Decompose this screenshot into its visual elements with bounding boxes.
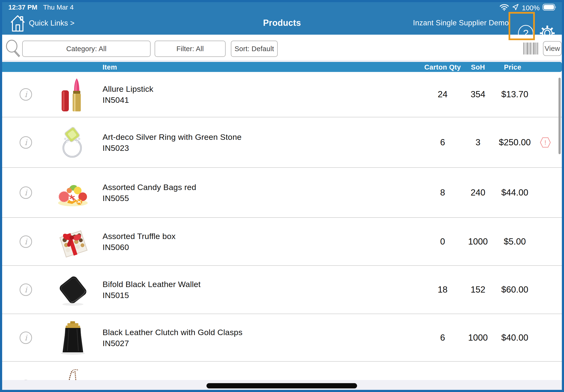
product-sku: IN5041: [103, 94, 153, 105]
price-value: $60.00: [491, 285, 539, 295]
product-name: Assorted Truffle box: [103, 231, 176, 242]
status-bar: 12:37 PM Thu Mar 4: [2, 3, 562, 12]
price-value: $44.00: [491, 188, 539, 198]
battery-percent: 100%: [522, 4, 540, 12]
product-row[interactable]: i Assorted Truffle box IN5060 0 1000 $5.…: [2, 217, 562, 265]
info-button[interactable]: i: [20, 332, 32, 344]
product-row[interactable]: i Bifold Black Leather Wallet IN5015 18 …: [2, 265, 562, 314]
location-arrow-icon: [512, 4, 519, 13]
info-icon: i: [25, 91, 27, 98]
top-bar: 12:37 PM Thu Mar 4: [2, 2, 562, 35]
warning-hexagon-icon: !: [540, 137, 551, 148]
help-highlight-annotation: [509, 12, 535, 40]
status-time: 12:37 PM: [8, 4, 37, 11]
sort-button[interactable]: Sort: Default: [231, 41, 278, 57]
product-image: [55, 76, 91, 112]
product-name: Assorted Candy Bags red: [103, 182, 196, 193]
product-sku: IN5060: [103, 242, 176, 253]
info-icon: i: [25, 189, 27, 196]
price-value: $5.00: [491, 237, 539, 247]
product-row[interactable]: i Black Leather Clutch with Gold Clasps …: [2, 314, 562, 361]
bottom-bar: [2, 380, 562, 390]
product-row[interactable]: i Bronze Chain with Shell Beads and Amet…: [2, 361, 562, 380]
product-name: Art-deco Silver Ring with Green Stone: [103, 131, 242, 142]
table-header: Item Carton Qty SoH Price: [2, 62, 562, 72]
info-button[interactable]: i: [20, 283, 32, 296]
product-name: Bifold Black Leather Wallet: [103, 279, 201, 290]
product-sku: IN5023: [103, 142, 242, 154]
price-value: $250.00: [491, 138, 539, 147]
scrollbar-thumb[interactable]: [559, 78, 561, 154]
status-date: Thu Mar 4: [43, 4, 74, 11]
info-button[interactable]: i: [20, 136, 32, 149]
filter-bar: Category: All Filter: All Sort: Default …: [2, 35, 562, 60]
info-button[interactable]: i: [20, 88, 32, 101]
account-name: Inzant Single Supplier Demo: [413, 19, 509, 27]
product-image: [55, 368, 91, 380]
info-button[interactable]: i: [20, 236, 32, 248]
wifi-icon: [499, 4, 509, 13]
product-row[interactable]: i Art-deco Silver Ring with Green Stone …: [2, 117, 562, 167]
info-icon: i: [25, 139, 27, 146]
info-icon: i: [25, 286, 27, 294]
barcode-scan-button[interactable]: [523, 42, 539, 55]
product-name: Allure Lipstick: [103, 84, 153, 94]
product-row[interactable]: i Assorted Candy Bags red IN5055 8 240 $…: [2, 167, 562, 217]
view-button[interactable]: View: [543, 41, 562, 56]
search-button[interactable]: [4, 39, 23, 59]
product-sku: IN5055: [103, 193, 196, 204]
product-sku: IN5015: [103, 290, 201, 301]
separator-strip: [2, 60, 562, 62]
info-icon: i: [25, 334, 27, 342]
search-icon: [4, 39, 23, 59]
home-indicator[interactable]: [206, 383, 357, 388]
product-image: [55, 272, 91, 308]
product-list: i Allure Lipstick IN5041 24 354 $13.70 !…: [2, 72, 562, 380]
product-name: Black Leather Clutch with Gold Clasps: [103, 327, 243, 338]
filter-button[interactable]: Filter: All: [155, 41, 226, 57]
device-frame: 12:37 PM Thu Mar 4: [0, 0, 564, 392]
battery-icon: [542, 4, 557, 13]
svg-text:!: !: [544, 139, 546, 146]
column-item: Item: [103, 63, 117, 71]
category-filter-button[interactable]: Category: All: [22, 41, 151, 57]
column-price: Price: [489, 63, 536, 71]
app-screen: 12:37 PM Thu Mar 4: [2, 2, 562, 390]
price-value: $13.70: [491, 89, 539, 99]
product-image: [55, 224, 91, 260]
nav-bar: Quick Links > Products Inzant Single Sup…: [2, 12, 562, 35]
info-button[interactable]: i: [20, 186, 32, 199]
product-image: [55, 175, 91, 210]
info-icon: i: [25, 238, 27, 245]
product-image: [55, 320, 91, 356]
product-sku: IN5027: [103, 338, 243, 349]
product-image: [55, 125, 91, 160]
product-row[interactable]: i Allure Lipstick IN5041 24 354 $13.70 !: [2, 72, 562, 117]
price-value: $40.00: [491, 333, 539, 343]
